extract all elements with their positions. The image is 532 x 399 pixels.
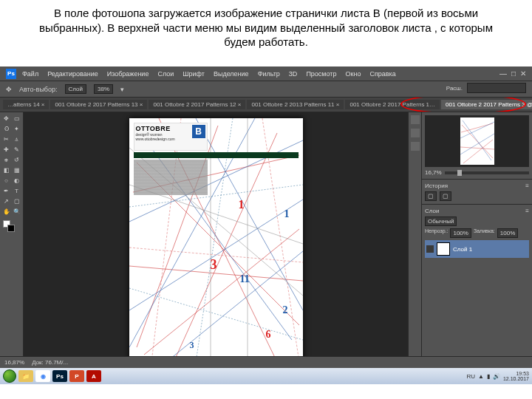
lasso-tool[interactable]: ʘ (1, 124, 11, 134)
doc-tab[interactable]: 001 Ottobre 2 2017 Patterns 12 × (149, 100, 245, 109)
history-title: История (425, 183, 448, 189)
collapsed-panels[interactable] (408, 112, 421, 368)
close-button[interactable]: ✕ (520, 69, 526, 78)
tray-lang[interactable]: RU (466, 373, 475, 380)
layers-title: Слои (425, 208, 439, 214)
bg-swatch[interactable] (7, 225, 15, 232)
nav-zoom-slider[interactable] (445, 171, 529, 174)
menu-edit[interactable]: Редактирование (47, 70, 98, 78)
crop-tool[interactable]: ✂ (1, 134, 11, 144)
gradient-tool[interactable]: ▦ (12, 166, 21, 175)
panel-icon[interactable] (411, 142, 420, 151)
opt-label: Авто-выбор: (19, 86, 58, 93)
task-chrome[interactable]: ◉ (35, 370, 50, 382)
hand-tool[interactable]: ✋ (1, 207, 11, 216)
doc-tab[interactable]: …atterns 14 × (3, 100, 49, 109)
menu-layers[interactable]: Слои (157, 70, 174, 78)
dodge-tool[interactable]: ◐ (12, 176, 21, 185)
opt-layer-select[interactable]: Слой (65, 84, 86, 94)
statusbar: 16,87% Док: 76.7M/... (0, 356, 532, 368)
pattern-number: 2 (283, 304, 288, 316)
opt-zoom[interactable]: 38% (94, 84, 113, 94)
tray-clock[interactable]: 19:53 12.10.2017 (503, 371, 529, 381)
page-caption: В поле фотошопа загружается изображение … (0, 0, 532, 54)
right-panels: 16,7% История≡ ▢ ▢ Слои≡ Обычный Непрозр… (421, 112, 532, 368)
color-swatch[interactable] (3, 220, 10, 228)
system-tray: RU ▲ ▮ 🔊 19:53 12.10.2017 (466, 371, 529, 381)
history-brush-tool[interactable]: ↺ (12, 155, 21, 165)
history-btn[interactable]: ▢ (440, 191, 451, 201)
panel-icon[interactable] (411, 129, 420, 137)
marquee-tool[interactable]: ▭ (12, 114, 21, 123)
wand-tool[interactable]: ✦ (12, 124, 21, 134)
pen-tool[interactable]: ✒ (1, 186, 11, 196)
menu-image[interactable]: Изображение (107, 70, 149, 78)
eyedropper-tool[interactable]: ⍋ (12, 134, 21, 144)
header-bar (134, 152, 299, 158)
photoshop-window: Ps Файл Редактирование Изображение Слои … (0, 66, 532, 384)
menu-select[interactable]: Выделение (214, 70, 249, 78)
fill-field[interactable]: 100% (497, 228, 518, 238)
menu-file[interactable]: Файл (22, 70, 38, 78)
pattern-number: 11 (240, 273, 250, 285)
blur-tool[interactable]: ○ (1, 176, 11, 185)
layer-name: Слой 1 (453, 246, 472, 253)
eraser-tool[interactable]: ◧ (1, 166, 11, 175)
toolbox: ✥ ▭ ʘ ✦ ✂ ⍋ ✚ ✎ ⎈ ↺ ◧ ▦ ○ ◐ ✒ T ↗ ▢ ✋ 🔍 (0, 112, 24, 368)
navigator-thumb[interactable] (425, 115, 529, 167)
menu-help[interactable]: Справка (369, 70, 395, 78)
type-tool[interactable]: T (12, 186, 21, 196)
sheet-letter: B (192, 125, 205, 138)
windows-taskbar: 📁 ◉ Ps P A RU ▲ ▮ 🔊 19:53 12.10.2017 (0, 368, 532, 384)
canvas-area[interactable]: OTTOBRE design® woman www.ottobredesign.… (24, 112, 408, 368)
move-tool-icon: ✥ (6, 86, 12, 93)
pattern-number: 1 (284, 208, 290, 220)
status-zoom[interactable]: 16,87% (4, 359, 24, 366)
move-tool[interactable]: ✥ (1, 114, 11, 123)
doc-tab-active[interactable]: 001 Ottobre 2 2017 Patterns 3 @ 16,7% (С… (441, 100, 532, 109)
brush-tool[interactable]: ✎ (12, 145, 21, 154)
task-ppt[interactable]: P (69, 370, 84, 382)
menu-window[interactable]: Окно (345, 70, 361, 78)
tray-up-icon[interactable]: ▲ (478, 373, 484, 380)
layer-row[interactable]: Слой 1 (425, 240, 529, 258)
panel-icon[interactable] (411, 115, 420, 124)
pattern-number: 3 (190, 340, 194, 351)
doc-tab[interactable]: 001 Ottobre 2 2017 Patterns 1… (345, 100, 440, 109)
menubar: Ps Файл Редактирование Изображение Слои … (0, 66, 532, 81)
zoom-tool[interactable]: 🔍 (12, 207, 21, 216)
task-ps[interactable]: Ps (52, 370, 67, 382)
tray-net-icon[interactable]: ▮ (487, 373, 490, 380)
shape-tool[interactable]: ▢ (12, 197, 21, 206)
navigator-panel: 16,7% (422, 112, 532, 180)
opt-more[interactable]: ▾ (120, 86, 124, 93)
menu-3d[interactable]: 3D (289, 70, 298, 78)
task-acrobat[interactable]: A (86, 370, 101, 382)
menu-view[interactable]: Просмотр (306, 70, 336, 78)
visibility-icon[interactable] (426, 245, 434, 253)
workspace-switcher[interactable]: Расш. (446, 83, 526, 93)
nav-zoom-value: 16,7% (425, 169, 442, 176)
pattern-header: OTTOBRE design® woman www.ottobredesign.… (134, 123, 208, 151)
stamp-tool[interactable]: ⎈ (1, 155, 11, 165)
history-btn[interactable]: ▢ (425, 191, 437, 201)
legend-box (134, 160, 208, 195)
ps-logo: Ps (6, 69, 16, 79)
panel-menu-icon[interactable]: ≡ (525, 183, 529, 189)
path-tool[interactable]: ↗ (1, 197, 11, 206)
maximize-button[interactable]: □ (511, 69, 516, 78)
minimize-button[interactable]: — (499, 69, 507, 78)
doc-tab[interactable]: 001 Ottobre 2 2017 Patterns 13 × (50, 100, 147, 109)
task-explorer[interactable]: 📁 (18, 370, 33, 382)
heal-tool[interactable]: ✚ (1, 145, 11, 154)
tray-vol-icon[interactable]: 🔊 (493, 373, 500, 380)
opacity-field[interactable]: 100% (450, 228, 471, 238)
menu-filter[interactable]: Фильтр (258, 70, 280, 78)
doc-tab[interactable]: 001 Ottobre 2 2013 Patterns 11 × (247, 100, 344, 109)
start-button[interactable] (3, 369, 16, 383)
search-field[interactable] (467, 83, 526, 93)
document-tabs: …atterns 14 × 001 Ottobre 2 2017 Pattern… (0, 98, 532, 112)
panel-menu-icon[interactable]: ≡ (525, 208, 529, 214)
menu-type[interactable]: Шрифт (183, 70, 205, 78)
blend-mode[interactable]: Обычный (425, 216, 457, 226)
